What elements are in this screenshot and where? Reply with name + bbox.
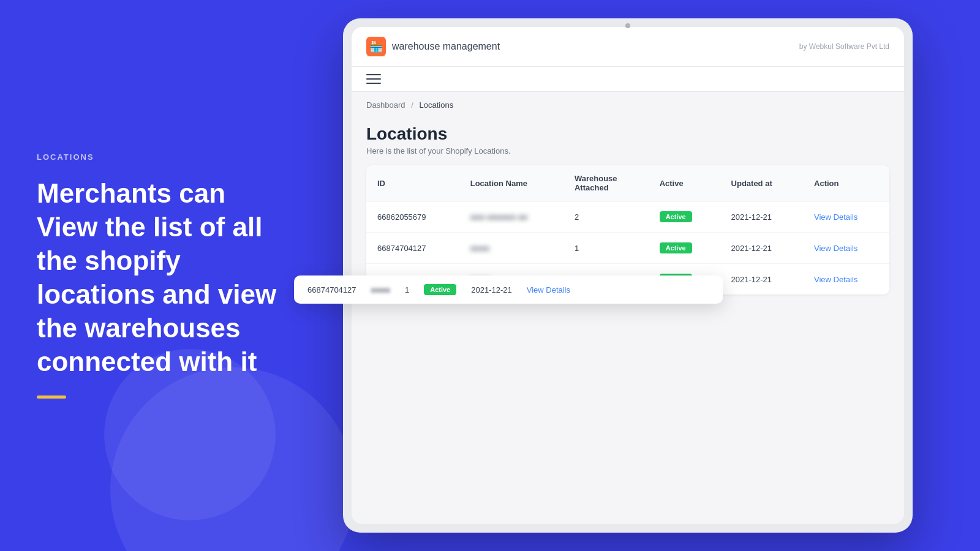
accent-bar bbox=[37, 395, 66, 399]
cell-updated-at: 2021-12-21 bbox=[720, 201, 804, 233]
floating-warehouse: 1 bbox=[405, 285, 409, 294]
cell-action: View Details bbox=[803, 264, 889, 295]
table-row: 66874704127 ●●●● 1 Active 2021-12-21 Vie… bbox=[366, 233, 889, 264]
table-header: ID Location Name WarehouseAttached Activ… bbox=[366, 165, 889, 201]
by-label: by Webkul Software Pvt Ltd bbox=[799, 42, 889, 51]
section-label: LOCATIONS bbox=[37, 152, 288, 162]
col-action: Action bbox=[803, 165, 889, 201]
breadcrumb-separator: / bbox=[411, 100, 413, 110]
active-badge: Active bbox=[660, 242, 692, 253]
laptop-mockup: 🏪 warehouse management by Webkul Softwar… bbox=[343, 18, 913, 533]
page-subtitle: Here is the list of your Shopify Locatio… bbox=[366, 146, 889, 156]
table-row: 66862055679 ●●● ●●●●●● ●● 2 Active 2021-… bbox=[366, 201, 889, 233]
cell-warehouse-attached: 2 bbox=[564, 201, 649, 233]
hamburger-line-3 bbox=[366, 83, 381, 84]
right-panel: 🏪 warehouse management by Webkul Softwar… bbox=[306, 0, 980, 551]
col-warehouse-attached: WarehouseAttached bbox=[564, 165, 649, 201]
col-active: Active bbox=[649, 165, 720, 201]
breadcrumb: Dashboard / Locations bbox=[352, 92, 904, 114]
floating-row-card: 66874704127 ●●●● 1 Active 2021-12-21 Vie… bbox=[294, 276, 723, 304]
view-details-link[interactable]: View Details bbox=[814, 275, 858, 284]
camera-dot bbox=[625, 23, 630, 28]
hamburger-line-1 bbox=[366, 74, 381, 75]
hamburger-line-2 bbox=[366, 78, 381, 80]
floating-updated: 2021-12-21 bbox=[471, 285, 512, 294]
logo-icon: 🏪 bbox=[366, 37, 386, 56]
page-title: Locations bbox=[366, 124, 889, 144]
cell-updated-at: 2021-12-21 bbox=[720, 233, 804, 264]
app-title: warehouse management bbox=[392, 41, 500, 52]
app-content: Locations Here is the list of your Shopi… bbox=[352, 114, 904, 524]
app-nav bbox=[352, 67, 904, 92]
cell-location-name: ●●● ●●●●●● ●● bbox=[459, 201, 564, 233]
floating-active-badge: Active bbox=[424, 284, 456, 295]
cell-active: Active bbox=[649, 233, 720, 264]
cell-updated-at: 2021-12-21 bbox=[720, 264, 804, 295]
hamburger-menu[interactable] bbox=[366, 74, 382, 84]
col-updated-at: Updated at bbox=[720, 165, 804, 201]
cell-id: 66862055679 bbox=[366, 201, 459, 233]
app-logo: 🏪 warehouse management bbox=[366, 37, 500, 56]
cell-warehouse-attached: 1 bbox=[564, 233, 649, 264]
view-details-link[interactable]: View Details bbox=[814, 212, 858, 222]
floating-id: 66874704127 bbox=[307, 285, 356, 294]
left-panel: LOCATIONS Merchants can View the list of… bbox=[0, 0, 325, 551]
cell-action: View Details bbox=[803, 201, 889, 233]
app-header: 🏪 warehouse management by Webkul Softwar… bbox=[352, 27, 904, 67]
breadcrumb-dashboard[interactable]: Dashboard bbox=[366, 100, 405, 110]
breadcrumb-current: Locations bbox=[419, 100, 453, 110]
floating-location: ●●●● bbox=[371, 285, 390, 294]
cell-active: Active bbox=[649, 201, 720, 233]
main-description: Merchants can View the list of all the s… bbox=[37, 176, 288, 378]
active-badge: Active bbox=[660, 211, 692, 222]
decorative-circle-2 bbox=[104, 349, 276, 520]
cell-location-name: ●●●● bbox=[459, 233, 564, 264]
floating-view-details[interactable]: View Details bbox=[527, 285, 570, 294]
col-id: ID bbox=[366, 165, 459, 201]
view-details-link[interactable]: View Details bbox=[814, 244, 858, 253]
cell-action: View Details bbox=[803, 233, 889, 264]
cell-id: 66874704127 bbox=[366, 233, 459, 264]
col-location-name: Location Name bbox=[459, 165, 564, 201]
